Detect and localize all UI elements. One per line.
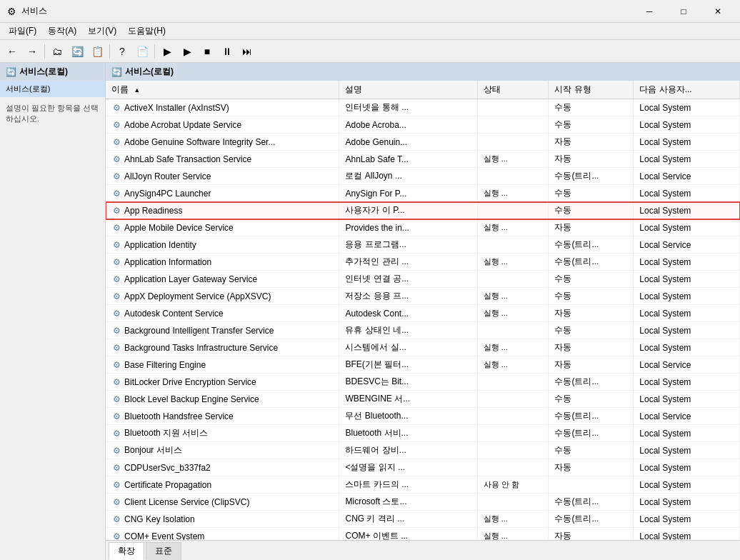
cell-desc: Bluetooth 서비...: [339, 425, 477, 442]
menu-view[interactable]: 보기(V): [82, 24, 122, 39]
service-icon: ⚙: [111, 429, 121, 439]
table-row[interactable]: ⚙Bonjour 서비스하드웨어 장비...수동Local System: [106, 442, 740, 459]
service-icon: ⚙: [111, 309, 121, 319]
table-row[interactable]: ⚙Application Layer Gateway Service인터넷 연결…: [106, 271, 740, 288]
tab-expand[interactable]: 확장: [109, 542, 144, 560]
table-row[interactable]: ⚙Application Identity응용 프로그램...수동(트리...L…: [106, 236, 740, 254]
column-header-desc[interactable]: 설명: [339, 81, 477, 99]
table-row[interactable]: ⚙AppX Deployment Service (AppXSVC)저장소 응용…: [106, 288, 740, 305]
play-button[interactable]: ▶: [158, 43, 176, 60]
table-row[interactable]: ⚙BitLocker Drive Encryption ServiceBDESV…: [106, 374, 740, 391]
cell-logon: Local System: [634, 271, 740, 288]
cell-logon: Local System: [634, 151, 740, 168]
help-button[interactable]: ?: [113, 43, 131, 60]
services-table-container[interactable]: 이름 ▲ 설명 상태 시작 유형 다음 사용자...: [106, 81, 740, 540]
table-row[interactable]: ⚙Application Information추가적인 관리 ...실행 ..…: [106, 254, 740, 271]
tab-standard[interactable]: 표준: [146, 542, 181, 560]
sidebar-title: 서비스(로컬): [19, 66, 68, 78]
table-row[interactable]: ⚙Bluetooth 지원 서비스Bluetooth 서비...수동(트리...…: [106, 425, 740, 442]
bottom-tabs: 확장 표준: [106, 540, 740, 560]
table-row[interactable]: ⚙AhnLab Safe Transaction ServiceAhnLab S…: [106, 151, 740, 168]
menu-file[interactable]: 파일(F): [3, 24, 42, 39]
table-row[interactable]: ⚙Adobe Genuine Software Integrity Ser...…: [106, 134, 740, 151]
cell-logon: Local System: [634, 528, 740, 541]
cell-desc: 하드웨어 장비...: [339, 442, 477, 459]
service-icon: ⚙: [111, 171, 121, 181]
menu-action[interactable]: 동작(A): [42, 24, 82, 39]
cell-name: ⚙Bonjour 서비스: [106, 442, 339, 459]
cell-desc: AnySign For P...: [339, 185, 477, 202]
service-icon: ⚙: [111, 120, 121, 130]
cell-status: 사용 안 함: [477, 476, 549, 494]
table-row[interactable]: ⚙CNG Key IsolationCNG 키 격리 ...실행 ...수동(트…: [106, 511, 740, 528]
cell-logon: Local System: [634, 442, 740, 459]
skip-button[interactable]: ⏭: [238, 43, 256, 60]
refresh-button[interactable]: 🔄: [68, 43, 86, 60]
column-header-name[interactable]: 이름 ▲: [106, 81, 339, 99]
table-row[interactable]: ⚙AnySign4PC LauncherAnySign For P...실행 .…: [106, 185, 740, 202]
menu-help[interactable]: 도움말(H): [122, 24, 171, 39]
maximize-button[interactable]: □: [667, 1, 700, 21]
cell-status: [477, 134, 549, 151]
back-button[interactable]: ←: [3, 43, 21, 60]
table-row[interactable]: ⚙Block Level Backup Engine ServiceWBENGI…: [106, 391, 740, 408]
cell-start-type: 수동: [549, 99, 634, 116]
up-button[interactable]: 🗂: [48, 43, 66, 60]
forward-button[interactable]: →: [23, 43, 41, 60]
close-button[interactable]: ✕: [701, 1, 734, 21]
cell-start-type: 수동: [549, 288, 634, 305]
cell-start-type: 수동(트리...: [549, 374, 634, 391]
table-row[interactable]: ⚙ActiveX Installer (AxInstSV)인터넷을 통해 ...…: [106, 99, 740, 116]
cell-desc: 로컬 AllJoyn ...: [339, 168, 477, 185]
table-row[interactable]: ⚙Client License Service (ClipSVC)Microso…: [106, 494, 740, 511]
table-row[interactable]: ⚙Autodesk Content ServiceAutodesk Cont..…: [106, 305, 740, 322]
cell-desc: BDESVC는 Bit...: [339, 374, 477, 391]
service-icon: ⚙: [111, 411, 121, 421]
cell-logon: Local System: [634, 99, 740, 116]
window-title: 서비스: [21, 5, 633, 17]
column-header-start[interactable]: 시작 유형: [549, 81, 634, 99]
play2-button[interactable]: ▶: [178, 43, 196, 60]
cell-logon: Local System: [634, 202, 740, 219]
column-header-logon[interactable]: 다음 사용자...: [634, 81, 740, 99]
cell-status: 실행 ...: [477, 356, 549, 374]
table-row[interactable]: ⚙CDPUserSvc_b337fa2<설명을 읽지 ...자동Local Sy…: [106, 459, 740, 476]
cell-name: ⚙CNG Key Isolation: [106, 511, 339, 528]
cell-start-type: 자동: [549, 305, 634, 322]
sort-arrow-icon: ▲: [134, 86, 140, 94]
window-icon: ⚙: [6, 6, 17, 17]
cell-name: ⚙ActiveX Installer (AxInstSV): [106, 99, 339, 116]
table-row[interactable]: ⚙Background Intelligent Transfer Service…: [106, 322, 740, 339]
cell-logon: Local System: [634, 476, 740, 494]
service-icon: ⚙: [111, 326, 121, 336]
table-row[interactable]: ⚙Bluetooth Handsfree Service무선 Bluetooth…: [106, 408, 740, 425]
sidebar-item-local[interactable]: 서비스(로컬): [0, 81, 105, 97]
minimize-button[interactable]: ─: [633, 1, 666, 21]
properties-button[interactable]: 📄: [133, 43, 151, 60]
services-table: 이름 ▲ 설명 상태 시작 유형 다음 사용자...: [106, 81, 740, 540]
table-row[interactable]: ⚙Base Filtering EngineBFE(기본 필터...실행 ...…: [106, 356, 740, 374]
stop-button[interactable]: ■: [198, 43, 216, 60]
cell-status: 실행 ...: [477, 339, 549, 356]
table-row[interactable]: ⚙COM+ Event SystemCOM+ 이벤트 ...실행 ...자동Lo…: [106, 528, 740, 541]
table-row[interactable]: ⚙Certificate Propagation스마트 카드의 ...사용 안 …: [106, 476, 740, 494]
service-icon: ⚙: [111, 531, 121, 541]
cell-status: [477, 322, 549, 339]
table-row[interactable]: ⚙AllJoyn Router Service로컬 AllJoyn ...수동(…: [106, 168, 740, 185]
table-row[interactable]: ⚙Adobe Acrobat Update ServiceAdobe Acrob…: [106, 116, 740, 134]
cell-desc: <설명을 읽지 ...: [339, 459, 477, 476]
table-row[interactable]: ⚙Apple Mobile Device ServiceProvides the…: [106, 219, 740, 236]
pause-button[interactable]: ⏸: [218, 43, 236, 60]
cell-start-type: 수동(트리...: [549, 408, 634, 425]
cell-status: 실행 ...: [477, 185, 549, 202]
table-row[interactable]: ⚙App Readiness사용자가 이 P...수동Local System: [106, 202, 740, 219]
cell-status: [477, 236, 549, 254]
table-row[interactable]: ⚙Background Tasks Infrastructure Service…: [106, 339, 740, 356]
sidebar-item-label: 서비스(로컬): [6, 84, 50, 93]
cell-name: ⚙CDPUserSvc_b337fa2: [106, 459, 339, 476]
cell-status: [477, 116, 549, 134]
column-header-status[interactable]: 상태: [477, 81, 549, 99]
service-icon: ⚙: [111, 497, 121, 507]
cell-status: 실행 ...: [477, 219, 549, 236]
export-button[interactable]: 📋: [88, 43, 106, 60]
